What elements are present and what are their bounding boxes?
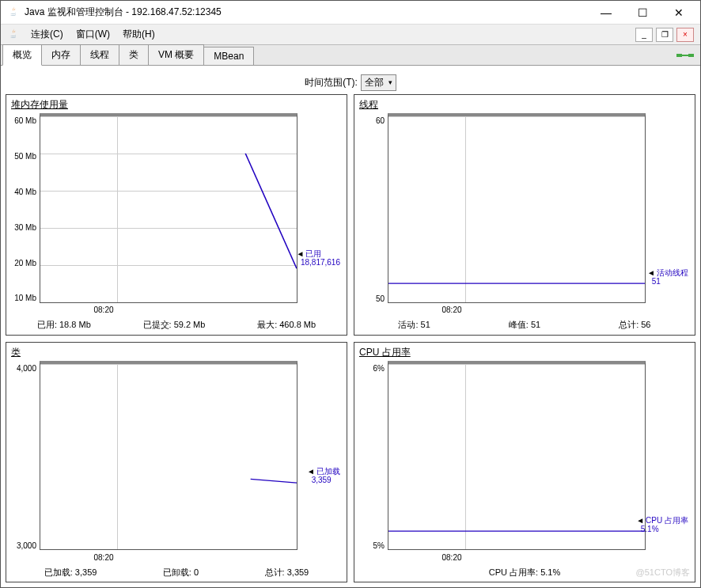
series-legend: ◄已用 18,817,616	[296, 249, 340, 267]
timerange-row: 时间范围(T): 全部 ▾	[6, 70, 695, 94]
java-icon	[7, 6, 20, 19]
chart-threads: 线程 60 50 ◄活动线程 51 0	[354, 94, 695, 336]
tab-overview[interactable]: 概览	[2, 44, 42, 66]
x-tick: 08:20	[442, 553, 462, 562]
series-legend: ◄活动线程 51	[647, 268, 688, 286]
tab-mbeans[interactable]: MBean	[203, 47, 254, 65]
chart-title: 堆内存使用量	[11, 98, 342, 112]
tab-memory[interactable]: 内存	[41, 44, 81, 65]
x-tick: 08:20	[94, 305, 114, 314]
timerange-value: 全部	[365, 76, 384, 89]
chart-title: CPU 占用率	[359, 346, 690, 359]
mdi-minimize-button[interactable]: _	[635, 28, 653, 42]
window-title: Java 监视和管理控制台 - 192.168.47.52:12345	[25, 6, 588, 19]
timerange-label: 时间范围(T):	[305, 76, 358, 89]
plot	[40, 113, 297, 303]
titlebar: Java 监视和管理控制台 - 192.168.47.52:12345 — ☐ …	[1, 1, 700, 25]
chevron-down-icon: ▾	[388, 78, 392, 86]
series-legend: ◄已加载 3,359	[307, 467, 340, 484]
stats-row: 已用: 18.8 Mb 已提交: 59.2 Mb 最大: 460.8 Mb	[11, 317, 342, 333]
y-axis: 60 50	[359, 113, 388, 303]
mdi-close-button[interactable]: ×	[676, 28, 694, 42]
y-axis: 4,000 3,000	[11, 361, 40, 551]
java-icon	[7, 28, 20, 41]
connection-status-icon	[676, 49, 694, 62]
mdi-restore-button[interactable]: ❐	[656, 28, 673, 42]
tab-bar: 概览 内存 线程 类 VM 概要 MBean	[1, 45, 700, 66]
stats-row: CPU 占用率: 5.1%	[359, 564, 690, 580]
y-axis: 6% 5%	[359, 361, 388, 551]
series-legend: ◄CPU 占用率 5.1%	[636, 516, 688, 533]
menu-help[interactable]: 帮助(H)	[116, 25, 161, 44]
stats-row: 已加载: 3,359 已卸载: 0 总计: 3,359	[11, 564, 342, 580]
stats-row: 活动: 51 峰值: 51 总计: 56	[359, 317, 690, 333]
svg-rect-1	[688, 54, 694, 57]
window-close-button[interactable]: ✕	[661, 2, 697, 24]
svg-rect-2	[682, 55, 688, 56]
plot	[40, 361, 297, 551]
x-tick: 08:20	[94, 553, 114, 562]
charts-grid: 堆内存使用量 60 Mb 50 Mb 40 Mb 30 Mb 20 Mb 10 …	[6, 94, 695, 582]
timerange-select[interactable]: 全部 ▾	[361, 74, 396, 91]
menu-connection[interactable]: 连接(C)	[25, 25, 70, 44]
chart-classes: 类 4,000 3,000 ◄已加载 3,359	[6, 342, 347, 583]
chart-cpu: CPU 占用率 6% 5% ◄CPU 占用率 5.1%	[354, 342, 695, 583]
tab-vm-summary[interactable]: VM 概要	[148, 44, 204, 65]
chart-title: 类	[11, 346, 342, 359]
x-tick: 08:20	[442, 305, 462, 314]
plot	[388, 113, 646, 303]
tab-threads[interactable]: 线程	[80, 44, 119, 65]
menubar: 连接(C) 窗口(W) 帮助(H) _ ❐ ×	[1, 25, 700, 45]
window-maximize-button[interactable]: ☐	[624, 2, 661, 24]
svg-rect-0	[676, 54, 682, 57]
chart-heap-memory: 堆内存使用量 60 Mb 50 Mb 40 Mb 30 Mb 20 Mb 10 …	[6, 94, 347, 336]
content-area: 时间范围(T): 全部 ▾ 堆内存使用量 60 Mb 50 Mb 40 Mb 3…	[1, 66, 700, 587]
tab-classes[interactable]: 类	[119, 44, 149, 65]
plot	[388, 361, 646, 551]
y-axis: 60 Mb 50 Mb 40 Mb 30 Mb 20 Mb 10 Mb	[11, 113, 40, 303]
chart-title: 线程	[359, 98, 690, 112]
window-minimize-button[interactable]: —	[588, 2, 624, 24]
app-window: Java 监视和管理控制台 - 192.168.47.52:12345 — ☐ …	[0, 0, 701, 588]
menu-window[interactable]: 窗口(W)	[70, 25, 116, 44]
